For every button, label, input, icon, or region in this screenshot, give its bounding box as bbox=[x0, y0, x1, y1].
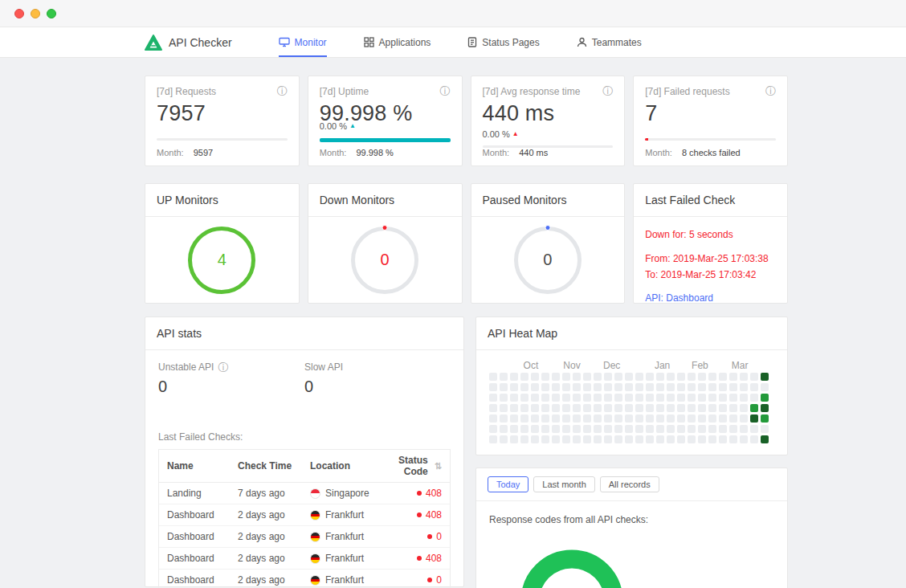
heatmap-cell[interactable] bbox=[698, 404, 706, 412]
heatmap-cell[interactable] bbox=[667, 425, 675, 433]
heatmap-cell[interactable] bbox=[594, 425, 602, 433]
heatmap-cell[interactable] bbox=[531, 383, 539, 391]
heatmap-cell[interactable] bbox=[625, 383, 633, 391]
heatmap-cell[interactable] bbox=[667, 414, 675, 423]
heatmap-cell[interactable] bbox=[531, 425, 539, 433]
heatmap-cell[interactable] bbox=[583, 435, 591, 443]
zoom-window-button[interactable] bbox=[47, 9, 56, 18]
heatmap-cell[interactable] bbox=[761, 394, 769, 402]
heatmap-cell[interactable] bbox=[761, 435, 769, 443]
heatmap-cell[interactable] bbox=[614, 435, 622, 443]
heatmap-cell[interactable] bbox=[698, 373, 706, 381]
heatmap-cell[interactable] bbox=[489, 383, 497, 391]
heatmap-cell[interactable] bbox=[635, 404, 643, 412]
heatmap-cell[interactable] bbox=[562, 373, 570, 381]
heatmap-cell[interactable] bbox=[552, 414, 560, 423]
heatmap-cell[interactable] bbox=[520, 394, 528, 402]
heatmap-cell[interactable] bbox=[688, 414, 696, 423]
heatmap-cell[interactable] bbox=[583, 373, 591, 381]
heatmap-cell[interactable] bbox=[761, 425, 769, 433]
filter-last-month[interactable]: Last month bbox=[533, 476, 594, 492]
info-icon[interactable]: ⓘ bbox=[218, 362, 228, 373]
heatmap-cell[interactable] bbox=[625, 414, 633, 423]
heatmap-cell[interactable] bbox=[614, 404, 622, 412]
heatmap-cell[interactable] bbox=[500, 383, 508, 391]
column-header-name[interactable]: Name bbox=[159, 455, 230, 476]
heatmap-cell[interactable] bbox=[520, 383, 528, 391]
heatmap-cell[interactable] bbox=[761, 414, 769, 423]
heatmap-cell[interactable] bbox=[594, 404, 602, 412]
heatmap-cell[interactable] bbox=[500, 394, 508, 402]
info-icon[interactable]: ⓘ bbox=[765, 86, 776, 96]
heatmap-cell[interactable] bbox=[708, 373, 716, 381]
heatmap-cell[interactable] bbox=[541, 383, 549, 391]
heatmap-cell[interactable] bbox=[583, 383, 591, 391]
heatmap-cell[interactable] bbox=[573, 373, 581, 381]
heatmap-cell[interactable] bbox=[594, 394, 602, 402]
heatmap-cell[interactable] bbox=[625, 394, 633, 402]
heatmap-cell[interactable] bbox=[656, 435, 664, 443]
heatmap-cell[interactable] bbox=[520, 425, 528, 433]
heatmap-cell[interactable] bbox=[667, 435, 675, 443]
heatmap-cell[interactable] bbox=[750, 404, 758, 412]
heatmap-cell[interactable] bbox=[719, 404, 727, 412]
heatmap-cell[interactable] bbox=[594, 435, 602, 443]
heatmap-cell[interactable] bbox=[729, 394, 737, 402]
heatmap-cell[interactable] bbox=[594, 383, 602, 391]
heatmap-cell[interactable] bbox=[688, 435, 696, 443]
heatmap-cell[interactable] bbox=[698, 383, 706, 391]
heatmap-cell[interactable] bbox=[698, 394, 706, 402]
heatmap-cell[interactable] bbox=[677, 373, 685, 381]
info-icon[interactable]: ⓘ bbox=[277, 86, 288, 96]
heatmap-cell[interactable] bbox=[625, 404, 633, 412]
heatmap-cell[interactable] bbox=[562, 435, 570, 443]
heatmap-cell[interactable] bbox=[719, 435, 727, 443]
heatmap-cell[interactable] bbox=[635, 383, 643, 391]
heatmap-cell[interactable] bbox=[656, 404, 664, 412]
heatmap-cell[interactable] bbox=[531, 373, 539, 381]
failed-api-link[interactable]: Dashboard bbox=[666, 292, 713, 304]
heatmap-cell[interactable] bbox=[604, 383, 612, 391]
heatmap-cell[interactable] bbox=[646, 373, 654, 381]
heatmap-cell[interactable] bbox=[719, 383, 727, 391]
heatmap-cell[interactable] bbox=[614, 373, 622, 381]
heatmap-cell[interactable] bbox=[489, 394, 497, 402]
heatmap-cell[interactable] bbox=[677, 394, 685, 402]
heatmap-cell[interactable] bbox=[562, 404, 570, 412]
heatmap-cell[interactable] bbox=[677, 425, 685, 433]
heatmap-cell[interactable] bbox=[688, 373, 696, 381]
heatmap-cell[interactable] bbox=[510, 435, 518, 443]
heatmap-cell[interactable] bbox=[614, 425, 622, 433]
heatmap-cell[interactable] bbox=[500, 373, 508, 381]
heatmap-cell[interactable] bbox=[646, 394, 654, 402]
heatmap-cell[interactable] bbox=[761, 373, 769, 381]
heatmap-cell[interactable] bbox=[604, 394, 612, 402]
heatmap-cell[interactable] bbox=[729, 435, 737, 443]
heatmap-cell[interactable] bbox=[635, 414, 643, 423]
heatmap-cell[interactable] bbox=[552, 373, 560, 381]
heatmap-cell[interactable] bbox=[552, 435, 560, 443]
heatmap-cell[interactable] bbox=[500, 404, 508, 412]
heatmap-cell[interactable] bbox=[625, 435, 633, 443]
heatmap-cell[interactable] bbox=[688, 383, 696, 391]
heatmap-cell[interactable] bbox=[531, 435, 539, 443]
heatmap-cell[interactable] bbox=[688, 394, 696, 402]
heatmap-cell[interactable] bbox=[531, 404, 539, 412]
heatmap-cell[interactable] bbox=[594, 414, 602, 423]
heatmap-cell[interactable] bbox=[520, 404, 528, 412]
heatmap-cell[interactable] bbox=[667, 373, 675, 381]
heatmap-cell[interactable] bbox=[510, 404, 518, 412]
sort-icon[interactable]: ⇅ bbox=[435, 461, 442, 472]
heatmap-cell[interactable] bbox=[740, 394, 748, 402]
heatmap-cell[interactable] bbox=[729, 404, 737, 412]
filter-all-records[interactable]: All records bbox=[600, 476, 659, 492]
heatmap-cell[interactable] bbox=[489, 435, 497, 443]
heatmap-cell[interactable] bbox=[552, 404, 560, 412]
heatmap-cell[interactable] bbox=[500, 425, 508, 433]
heatmap-cell[interactable] bbox=[635, 373, 643, 381]
heatmap-cell[interactable] bbox=[740, 383, 748, 391]
heatmap-cell[interactable] bbox=[510, 383, 518, 391]
heatmap-cell[interactable] bbox=[750, 394, 758, 402]
heatmap-cell[interactable] bbox=[510, 414, 518, 423]
heatmap-cell[interactable] bbox=[541, 373, 549, 381]
